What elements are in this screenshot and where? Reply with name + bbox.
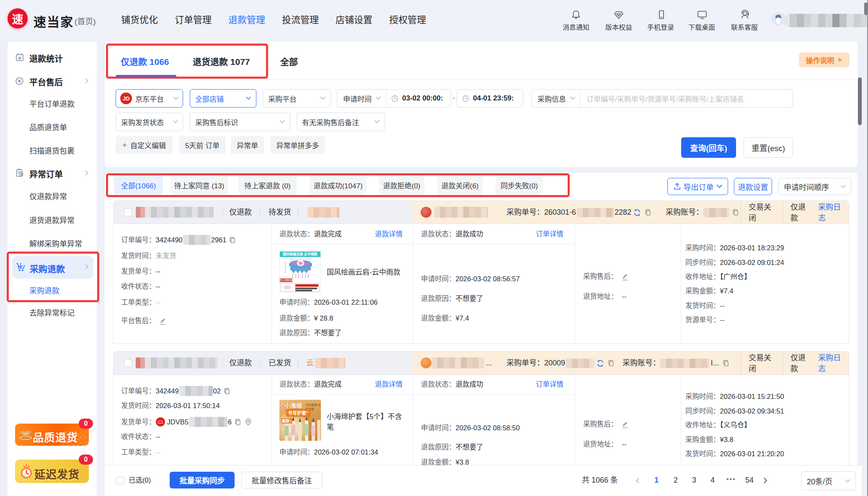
svg-text:JD.COM 京东: JD.COM 京东	[292, 267, 310, 271]
